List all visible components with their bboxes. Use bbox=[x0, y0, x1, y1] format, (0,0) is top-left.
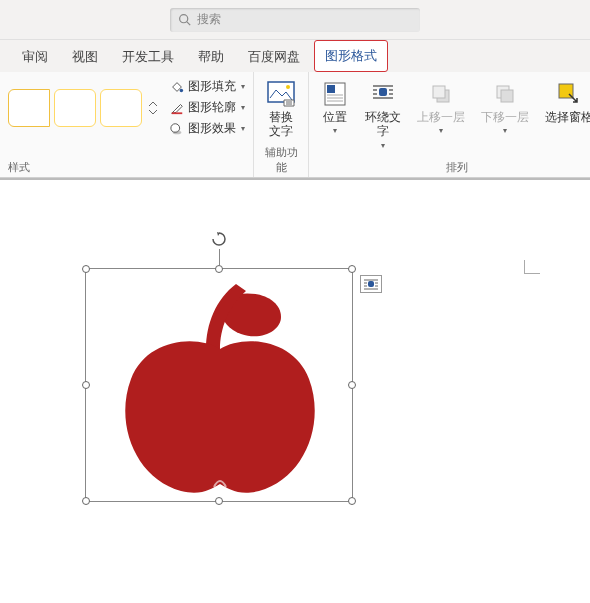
search-box[interactable]: 搜索 bbox=[170, 8, 420, 32]
pen-outline-icon bbox=[170, 101, 184, 115]
svg-point-5 bbox=[173, 130, 182, 134]
alt-text-button[interactable]: 替换 文字 bbox=[262, 78, 300, 141]
alt-text-icon bbox=[266, 80, 296, 108]
tab-review[interactable]: 审阅 bbox=[12, 42, 58, 72]
effects-icon bbox=[170, 122, 184, 136]
position-button[interactable]: 位置▾ bbox=[317, 78, 353, 137]
page-corner-mark bbox=[524, 260, 540, 274]
svg-rect-16 bbox=[368, 281, 374, 287]
rotate-icon bbox=[211, 231, 227, 247]
style-preset-1[interactable] bbox=[8, 89, 50, 127]
handle-top-left[interactable] bbox=[82, 265, 90, 273]
handle-bot-left[interactable] bbox=[82, 497, 90, 505]
group-accessibility: 替换 文字 辅助功能 bbox=[254, 72, 309, 177]
search-placeholder: 搜索 bbox=[197, 11, 221, 28]
svg-point-7 bbox=[286, 85, 290, 89]
svg-line-1 bbox=[187, 22, 190, 25]
wrap-text-button[interactable]: 环绕文 字▾ bbox=[361, 78, 405, 152]
document-canvas[interactable] bbox=[0, 178, 590, 603]
handle-bot-mid[interactable] bbox=[215, 497, 223, 505]
search-icon bbox=[178, 13, 191, 26]
handle-top-mid[interactable] bbox=[215, 265, 223, 273]
chevron-up-icon bbox=[148, 100, 158, 108]
ribbon: 图形填充▾ 图形轮廓▾ 图形效果▾ 样式 替换 文字 辅助功能 bbox=[0, 72, 590, 178]
wrap-text-icon bbox=[369, 80, 397, 108]
handle-top-right[interactable] bbox=[348, 265, 356, 273]
style-gallery-more[interactable] bbox=[148, 89, 158, 127]
apple-shape[interactable] bbox=[106, 279, 334, 493]
selection-pane-icon bbox=[555, 80, 583, 108]
svg-rect-10 bbox=[379, 88, 387, 96]
chevron-down-icon bbox=[148, 108, 158, 116]
svg-rect-6 bbox=[268, 82, 294, 102]
group-label-styles: 样式 bbox=[8, 160, 30, 175]
title-search-bar: 搜索 bbox=[0, 0, 590, 40]
group-label-accessibility: 辅助功能 bbox=[262, 145, 300, 175]
shape-fill-button[interactable]: 图形填充▾ bbox=[170, 78, 245, 95]
shape-effects-button[interactable]: 图形效果▾ bbox=[170, 120, 245, 137]
paint-bucket-icon bbox=[170, 80, 184, 94]
group-arrange: 位置▾ 环绕文 字▾ 上移一层▾ 下移一层▾ 选择窗格 排列 bbox=[309, 72, 590, 177]
svg-rect-3 bbox=[172, 112, 183, 114]
shape-outline-button[interactable]: 图形轮廓▾ bbox=[170, 99, 245, 116]
apple-body bbox=[125, 341, 314, 492]
tab-view[interactable]: 视图 bbox=[62, 42, 108, 72]
tab-devtools[interactable]: 开发工具 bbox=[112, 42, 184, 72]
handle-bot-right[interactable] bbox=[348, 497, 356, 505]
group-label-arrange: 排列 bbox=[446, 160, 468, 175]
svg-rect-12 bbox=[433, 86, 445, 98]
tab-shape-format[interactable]: 图形格式 bbox=[314, 40, 388, 72]
svg-point-2 bbox=[180, 88, 184, 92]
ribbon-tabs: 审阅 视图 开发工具 帮助 百度网盘 图形格式 bbox=[0, 40, 590, 72]
svg-point-0 bbox=[180, 15, 188, 23]
layout-options-button[interactable] bbox=[360, 275, 382, 293]
bring-forward-icon bbox=[427, 80, 455, 108]
tab-baidu[interactable]: 百度网盘 bbox=[238, 42, 310, 72]
selection-pane-button[interactable]: 选择窗格 bbox=[541, 78, 590, 126]
shape-selection-box[interactable] bbox=[85, 268, 353, 502]
bring-forward-button[interactable]: 上移一层▾ bbox=[413, 78, 469, 137]
wrap-text-small-icon bbox=[363, 278, 379, 290]
style-preset-3[interactable] bbox=[100, 89, 142, 127]
style-preset-2[interactable] bbox=[54, 89, 96, 127]
handle-mid-right[interactable] bbox=[348, 381, 356, 389]
svg-rect-9 bbox=[327, 85, 335, 93]
handle-mid-left[interactable] bbox=[82, 381, 90, 389]
svg-rect-14 bbox=[501, 90, 513, 102]
rotate-connector bbox=[219, 249, 220, 265]
group-styles: 图形填充▾ 图形轮廓▾ 图形效果▾ 样式 bbox=[0, 72, 254, 177]
send-backward-icon bbox=[491, 80, 519, 108]
rotate-handle[interactable] bbox=[211, 231, 227, 247]
position-icon bbox=[321, 80, 349, 108]
send-backward-button[interactable]: 下移一层▾ bbox=[477, 78, 533, 137]
tab-help[interactable]: 帮助 bbox=[188, 42, 234, 72]
